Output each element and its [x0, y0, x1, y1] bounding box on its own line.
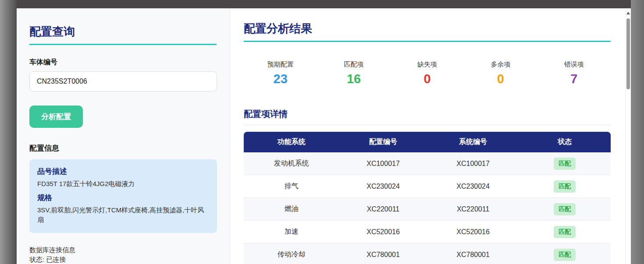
config-query-panel: 配置查询 车体编号 分析配置 配置信息 品号描述 FD35T 17款五十铃4JG…	[17, 8, 230, 264]
details-divider	[244, 125, 611, 125]
status-badge: 匹配	[554, 249, 576, 261]
desktop: 配置查询 车体编号 分析配置 配置信息 品号描述 FD35T 17款五十铃4JG…	[0, 0, 644, 264]
table-row: 传动冷却 XC780001 XC780001 匹配	[244, 243, 611, 264]
spec-label: 规格	[37, 193, 209, 203]
stat-expected: 预期配置 23	[244, 60, 317, 86]
stat-extra: 多余项 0	[464, 60, 537, 86]
spec-value: 3SV,前双胎,闪光警示灯,TCM样式座椅,高挂预滤器,十叶风扇	[37, 205, 209, 225]
config-details-title: 配置项详情	[244, 108, 611, 120]
header-function-system: 功能系统	[244, 132, 339, 152]
table-header-row: 功能系统 配置编号 系统编号 状态	[244, 132, 611, 152]
config-info-box: 品号描述 FD35T 17款五十铃4JG2电磁液力 规格 3SV,前双胎,闪光警…	[29, 159, 217, 233]
body-number-input[interactable]	[29, 71, 217, 92]
analysis-result-title: 配置分析结果	[244, 21, 611, 42]
stats-row: 预期配置 23 匹配项 16 缺失项 0 多余项 0	[244, 60, 611, 86]
scrollbar-thumb[interactable]	[626, 18, 630, 89]
db-connection-info: 数据库连接信息 状态: 已连接	[29, 245, 217, 264]
db-info-label: 数据库连接信息	[29, 245, 217, 255]
part-desc-label: 品号描述	[37, 166, 209, 176]
status-badge: 匹配	[554, 158, 576, 170]
table-row: 排气 XC230024 XC230024 匹配	[244, 175, 611, 198]
analyze-config-button[interactable]: 分析配置	[29, 106, 83, 128]
config-details-table: 功能系统 配置编号 系统编号 状态 发动机系统 XC100017 XC10001…	[244, 132, 611, 264]
vertical-scrollbar[interactable]	[625, 8, 631, 264]
analysis-result-panel: 配置分析结果 预期配置 23 匹配项 16 缺失项 0 多	[230, 8, 625, 264]
db-status: 状态: 已连接	[29, 255, 217, 264]
config-query-title: 配置查询	[29, 24, 217, 45]
header-system-number: 系统编号	[427, 132, 519, 152]
table-row: 燃油 XC220011 XC220011 匹配	[244, 198, 611, 221]
stat-error: 错误项 7	[537, 60, 611, 86]
body-number-label: 车体编号	[29, 58, 217, 67]
stat-matched: 匹配项 16	[317, 60, 390, 86]
table-row: 发动机系统 XC100017 XC100017 匹配	[244, 152, 611, 175]
header-status: 状态	[519, 132, 611, 152]
main-content: 配置查询 车体编号 分析配置 配置信息 品号描述 FD35T 17款五十铃4JG…	[17, 8, 631, 264]
status-badge: 匹配	[554, 226, 576, 238]
stat-missing: 缺失项 0	[391, 60, 464, 86]
config-info-title: 配置信息	[29, 143, 217, 153]
table-row: 加速 XC520016 XC520016 匹配	[244, 221, 611, 243]
app-window: 配置查询 车体编号 分析配置 配置信息 品号描述 FD35T 17款五十铃4JG…	[17, 0, 631, 264]
part-desc-value: FD35T 17款五十铃4JG2电磁液力	[37, 179, 209, 189]
desktop-edge-left	[0, 0, 17, 264]
scroll-up-arrow-icon[interactable]	[626, 12, 630, 14]
desktop-edge-right	[631, 0, 644, 264]
status-badge: 匹配	[554, 203, 576, 215]
header-config-number: 配置编号	[339, 132, 427, 152]
top-bar	[17, 0, 631, 8]
status-badge: 匹配	[554, 180, 576, 193]
